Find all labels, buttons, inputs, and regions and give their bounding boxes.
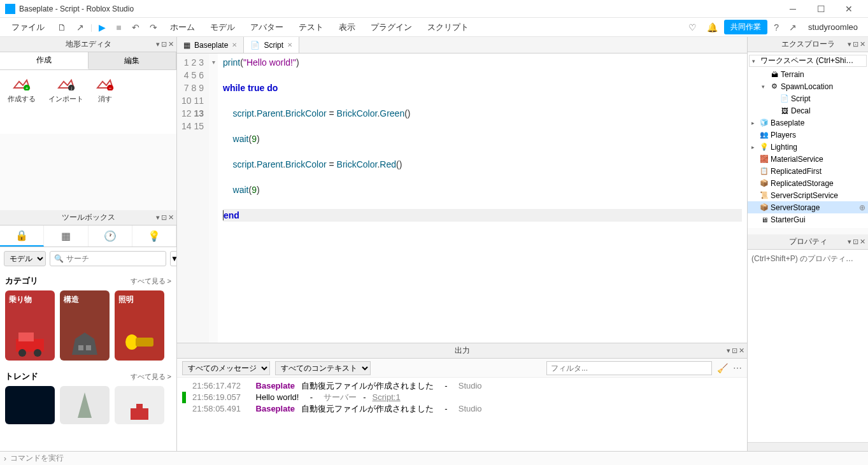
terrain-tab-edit[interactable]: 編集 xyxy=(89,52,177,69)
username-label[interactable]: studyroomleo xyxy=(803,22,863,32)
toolbox-type-select[interactable]: モデル xyxy=(4,251,46,266)
output-filter-input[interactable] xyxy=(546,361,712,375)
close-icon[interactable]: ✕ xyxy=(860,238,865,246)
new-file-icon[interactable]: 🗋 xyxy=(53,20,70,35)
svg-point-8 xyxy=(18,349,26,357)
close-icon[interactable]: ✕ xyxy=(739,347,744,355)
redo-button[interactable]: ↷ xyxy=(146,20,161,35)
code-content[interactable]: print("Hello world!") while true do scri… xyxy=(218,54,747,343)
output-body[interactable]: 21:56:17.472 Baseplate 自動復元ファイルが作成されました … xyxy=(177,378,747,451)
chevron-down-icon[interactable]: ▾ xyxy=(727,347,730,355)
terrain-import-icon: ↓ xyxy=(57,78,75,90)
terrain-tab-create[interactable]: 作成 xyxy=(0,52,89,69)
toolbox-tab-marketplace[interactable]: 🔒 xyxy=(0,225,44,247)
maximize-button[interactable]: ☐ xyxy=(807,0,835,18)
close-icon[interactable]: ✕ xyxy=(287,41,292,48)
filter-button[interactable]: ▼ xyxy=(170,251,176,266)
tree-item[interactable]: 👥Players xyxy=(748,129,868,141)
chevron-down-icon[interactable]: ▾ xyxy=(156,40,160,48)
doctab-script[interactable]: 📄 Script ✕ xyxy=(244,37,299,53)
close-icon[interactable]: ✕ xyxy=(232,41,237,48)
trend-card-1[interactable] xyxy=(5,386,55,424)
tree-item[interactable]: 📦ReplicatedStorage xyxy=(748,177,868,189)
close-icon[interactable]: ✕ xyxy=(168,213,174,222)
share-icon[interactable]: ↗ xyxy=(785,20,800,35)
menu-avatar[interactable]: アバター xyxy=(244,19,290,36)
category-card-vehicles[interactable]: 乗り物 xyxy=(5,290,55,361)
fold-gutter[interactable]: ▾ xyxy=(209,54,218,343)
tree-item[interactable]: 📦ServerStorage⊕ xyxy=(748,201,868,213)
menu-test[interactable]: テスト xyxy=(292,19,330,36)
bell-icon[interactable]: 🔔 xyxy=(703,20,722,35)
play-button[interactable]: ▶ xyxy=(95,20,110,35)
output-msg-filter[interactable]: すべてのメッセージ xyxy=(182,361,270,375)
category-card-structures[interactable]: 構造 xyxy=(60,290,110,361)
toolbox-tab-inventory[interactable]: ▦ xyxy=(44,225,88,247)
tree-item[interactable]: 📋ReplicatedFirst xyxy=(748,165,868,177)
explorer-search[interactable]: ▾ワークスペース (Ctrl+Shi… xyxy=(749,55,867,67)
tree-item[interactable]: ▸💡Lighting xyxy=(748,141,868,153)
command-bar[interactable]: › コマンドを実行 xyxy=(0,451,868,465)
stop-button[interactable]: ■ xyxy=(112,20,125,35)
properties-body: (Ctrl+Shift+P) のプロパティ… xyxy=(748,250,868,269)
grid-icon: ▦ xyxy=(61,230,71,242)
terrain-import-button[interactable]: ↓ インポート xyxy=(48,78,83,126)
collab-button[interactable]: 共同作業 xyxy=(724,20,767,34)
tree-item[interactable]: 📄Script xyxy=(748,92,868,104)
svg-point-9 xyxy=(34,349,41,357)
tree-item[interactable]: ▸🧊Baseplate xyxy=(748,117,868,129)
category-label: カテゴリ xyxy=(5,275,38,287)
output-menu-icon[interactable]: ⋯ xyxy=(733,363,742,373)
category-more-link[interactable]: すべて見る > xyxy=(131,276,171,286)
tree-item[interactable]: 🏔Terrain xyxy=(748,68,868,80)
menu-view[interactable]: 表示 xyxy=(332,19,362,36)
menu-script[interactable]: スクリプト xyxy=(421,19,475,36)
clear-output-icon[interactable]: 🧹 xyxy=(717,363,728,373)
menu-model[interactable]: モデル xyxy=(204,19,241,36)
tree-item[interactable]: 🧱MaterialService xyxy=(748,153,868,165)
close-icon[interactable]: ✕ xyxy=(860,40,865,48)
help-icon[interactable]: ? xyxy=(770,20,783,35)
tree-item[interactable]: 🖥StarterGui xyxy=(748,213,868,225)
code-editor[interactable]: 1 2 3 4 5 6 7 8 9 10 11 12 13 14 15 ▾ pr… xyxy=(177,54,747,343)
titlebar: Baseplate - Script - Roblox Studio ─ ☐ ✕ xyxy=(0,0,868,18)
trend-more-link[interactable]: すべて見る > xyxy=(131,372,171,382)
menu-home[interactable]: ホーム xyxy=(164,19,201,36)
close-button[interactable]: ✕ xyxy=(835,0,863,18)
heart-icon[interactable]: ♡ xyxy=(685,20,701,35)
tree-item[interactable]: 📜ServerScriptService xyxy=(748,189,868,201)
explorer-tree[interactable]: ▾ワークスペース (Ctrl+Shi… 🏔Terrain▾⚙SpawnLocat… xyxy=(748,52,868,228)
terrain-clear-button[interactable]: − 消す xyxy=(96,78,114,126)
pin-icon[interactable]: ⊡ xyxy=(853,40,858,48)
minimize-button[interactable]: ─ xyxy=(779,0,807,18)
svg-rect-14 xyxy=(136,338,153,347)
toolbox-search-input[interactable]: 🔍 xyxy=(50,251,166,266)
chevron-down-icon[interactable]: ▾ xyxy=(848,238,851,246)
open-file-icon[interactable]: ↗ xyxy=(73,20,88,35)
trend-card-3[interactable] xyxy=(115,386,164,424)
clock-icon: 🕐 xyxy=(104,230,117,242)
chevron-down-icon[interactable]: ▾ xyxy=(156,213,160,222)
pin-icon[interactable]: ⊡ xyxy=(161,213,167,222)
menu-file[interactable]: ファイル xyxy=(5,19,51,36)
svg-marker-10 xyxy=(72,333,97,355)
category-card-lighting[interactable]: 照明 xyxy=(115,290,164,361)
pin-icon[interactable]: ⊡ xyxy=(732,347,737,355)
output-link[interactable]: Script:1 xyxy=(373,392,401,403)
chevron-down-icon[interactable]: ▾ xyxy=(848,40,851,48)
tree-item[interactable]: ▾⚙SpawnLocation xyxy=(748,80,868,92)
tree-item[interactable]: 🖼Decal xyxy=(748,104,868,117)
terrain-create-button[interactable]: + 作成する xyxy=(8,78,36,126)
output-ctx-filter[interactable]: すべてのコンテキスト xyxy=(275,361,371,375)
h-scrollbar[interactable] xyxy=(748,442,868,451)
toolbox-tab-recent[interactable]: 🕐 xyxy=(89,225,132,247)
trend-card-2[interactable] xyxy=(60,386,110,424)
toolbox-tab-create[interactable]: 💡 xyxy=(132,225,176,247)
pin-icon[interactable]: ⊡ xyxy=(161,40,167,48)
doctab-baseplate[interactable]: ▦ Baseplate ✕ xyxy=(177,37,244,53)
menu-plugin[interactable]: プラグイン xyxy=(364,19,418,36)
undo-button[interactable]: ↶ xyxy=(128,20,143,35)
svg-text:+: + xyxy=(25,85,29,90)
pin-icon[interactable]: ⊡ xyxy=(853,238,858,246)
close-icon[interactable]: ✕ xyxy=(168,40,174,48)
